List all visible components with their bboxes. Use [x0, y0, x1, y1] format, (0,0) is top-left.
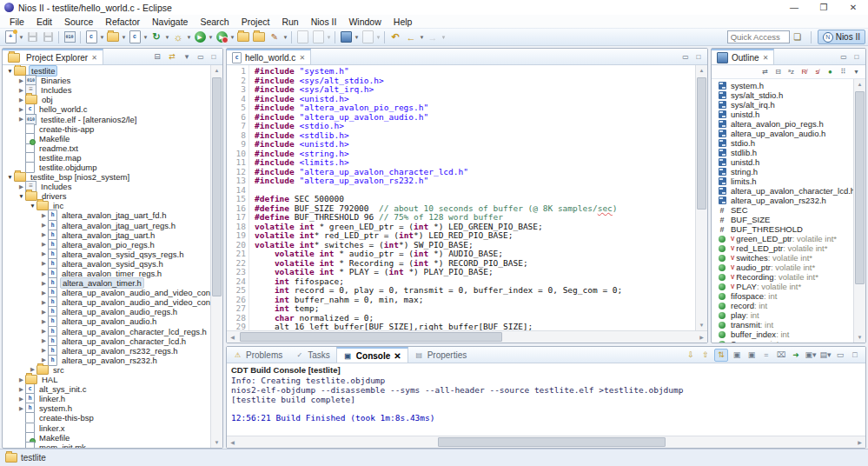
scroll-down-icon[interactable]: ▼	[211, 437, 222, 448]
tree-item[interactable]: mem_init.mk	[3, 443, 210, 448]
open-console-link-icon[interactable]: ➜	[790, 350, 802, 361]
dropdown-arrow-icon[interactable]: ▼	[229, 35, 235, 40]
expand-arrow-icon[interactable]: ▶	[17, 116, 25, 123]
scroll-down-icon[interactable]: ▼	[696, 320, 707, 330]
link-with-editor-icon[interactable]: ⇄	[166, 51, 178, 63]
close-tab-icon[interactable]: ✕	[299, 54, 305, 62]
close-window-button[interactable]: ✕	[838, 0, 868, 15]
console-hscrollbar[interactable]: ◀ ▶	[227, 436, 865, 448]
outline-item[interactable]: string.h	[712, 167, 853, 176]
menu-item-help[interactable]: Help	[388, 17, 419, 27]
outline-item[interactable]: buffer_index : int	[712, 330, 853, 339]
scroll-left-icon[interactable]: ◀	[227, 332, 238, 343]
link-with-editor-icon[interactable]: ⇄	[759, 67, 771, 77]
new-c-file-icon[interactable]: c	[83, 30, 99, 44]
outline-item[interactable]: #BUF_SIZE	[712, 215, 853, 224]
tab-problems[interactable]: ⚠Problems	[227, 347, 288, 363]
filters-icon[interactable]: ⠿	[838, 67, 849, 77]
expand-arrow-icon[interactable]: ▶	[40, 250, 48, 257]
scrollbar-thumb[interactable]	[212, 77, 222, 296]
outline-item[interactable]: stdlib.h	[712, 148, 853, 157]
menu-item-source[interactable]: Source	[58, 17, 99, 27]
dropdown-arrow-icon[interactable]: ▼	[354, 35, 360, 40]
new-class-icon[interactable]: c	[127, 30, 142, 44]
close-icon[interactable]: ✕	[91, 54, 97, 62]
tab-hello-world-c[interactable]: c hello_world.c ✕	[227, 49, 311, 64]
collapse-all-icon[interactable]: ⊟	[772, 67, 784, 77]
maximize-view-icon[interactable]: □	[209, 53, 219, 61]
outline-item[interactable]: VPLAY : volatile int*	[712, 282, 853, 291]
outline-item[interactable]: Vaudio_ptr : volatile int*	[712, 263, 853, 272]
tree-item[interactable]: ▶haltera_avalon_jtag_uart_fd.h	[3, 210, 210, 220]
dropdown-arrow-icon[interactable]: ▼	[99, 35, 105, 40]
tree-item[interactable]: ▶haltera_avalon_sysid_qsys.h	[3, 259, 210, 269]
tree-item[interactable]: ▶src	[3, 365, 210, 375]
outline-item[interactable]: fifospace : int	[712, 291, 853, 301]
expand-arrow-icon[interactable]: ▶	[40, 318, 48, 325]
dropdown-arrow-icon[interactable]: ▼	[419, 35, 425, 40]
expand-arrow-icon[interactable]: ▼	[6, 174, 14, 180]
pin-console-icon[interactable]: ▣	[731, 350, 743, 361]
collapse-all-icon[interactable]: ⊟	[151, 51, 163, 63]
outline-item[interactable]: limits.h	[712, 176, 853, 186]
minimize-window-button[interactable]: —	[779, 0, 809, 15]
hide-non-public-icon[interactable]: ●	[825, 67, 836, 77]
expand-arrow-icon[interactable]: ▶	[17, 97, 25, 103]
outline-item[interactable]: altera_up_avalon_rs232.h	[712, 196, 853, 205]
activate-on-output-icon[interactable]: ⇅	[714, 349, 728, 362]
menu-item-run[interactable]: Run	[275, 17, 304, 27]
expand-arrow-icon[interactable]: ▼	[17, 193, 25, 199]
tree-item[interactable]: Makefile	[3, 433, 210, 443]
tree-item[interactable]: ▶haltera_avalon_timer.h	[3, 278, 210, 288]
scroll-right-icon[interactable]: ▶	[696, 332, 707, 343]
scroll-up-icon[interactable]: ▲	[211, 65, 222, 76]
scrollbar-thumb[interactable]	[240, 332, 502, 342]
dropdown-arrow-icon[interactable]: ▼	[208, 35, 214, 40]
expand-arrow-icon[interactable]: ▶	[17, 183, 25, 190]
expand-arrow-icon[interactable]: ▶	[40, 231, 48, 238]
editor-vscrollbar[interactable]: ▲ ▼	[695, 65, 707, 330]
scrollbar-thumb[interactable]	[697, 77, 706, 210]
expand-arrow-icon[interactable]: ▶	[17, 87, 25, 94]
tree-item[interactable]: ▼inc	[3, 201, 210, 210]
tree-item[interactable]: ▶haltera_up_avalon_audio_regs.h	[3, 307, 210, 316]
menu-item-search[interactable]: Search	[194, 17, 235, 27]
quick-access-input[interactable]	[727, 30, 790, 43]
tab-project-explorer[interactable]: Project Explorer ✕	[3, 49, 103, 64]
tree-item[interactable]: ▶≡Includes	[3, 182, 210, 191]
expand-arrow-icon[interactable]: ▶	[40, 212, 48, 219]
tree-item[interactable]: ▶haltera_avalon_sysid_qsys_regs.h	[3, 250, 210, 259]
scroll-up-icon[interactable]: ▲	[696, 65, 707, 76]
tree-item[interactable]: ▶haltera_avalon_jtag_uart_regs.h	[3, 221, 210, 230]
expand-arrow-icon[interactable]: ▼	[29, 203, 36, 209]
expand-arrow-icon[interactable]: ▶	[17, 396, 25, 403]
tree-item[interactable]: ▶≡Includes	[3, 85, 210, 95]
outline-item[interactable]: Vred_LED_ptr : volatile int*	[712, 243, 853, 253]
build-icon[interactable]: ↻	[149, 30, 164, 44]
dropdown-arrow-icon[interactable]: ▼	[186, 35, 192, 40]
tree-item[interactable]: Makefile	[3, 134, 210, 143]
outline-item[interactable]: record : int	[712, 301, 853, 310]
scroll-down-icon[interactable]: ⇩	[685, 350, 697, 361]
expand-arrow-icon[interactable]: ▶	[40, 299, 48, 306]
new-wizard-icon[interactable]: +	[3, 30, 18, 44]
outline-item[interactable]: system.h	[712, 81, 853, 90]
open-perspective-icon[interactable]: ❏	[790, 32, 805, 42]
new-c-project-icon[interactable]	[105, 30, 121, 44]
maximize-view-icon[interactable]: □	[693, 53, 704, 61]
outline-item[interactable]: #SEC	[712, 205, 853, 215]
outline-item[interactable]: Vswitches : volatile int*	[712, 253, 853, 263]
tab-console[interactable]: ▣Console✕	[336, 347, 408, 363]
expand-arrow-icon[interactable]: ▶	[40, 309, 48, 316]
debug-config-icon[interactable]: ☼	[170, 30, 186, 44]
tree-item[interactable]: ▶haltera_up_avalon_character_lcd.h	[3, 336, 210, 346]
outline-item[interactable]: #BUF_THRESHOLD	[712, 224, 853, 234]
outline-item[interactable]: transmit : int	[712, 320, 853, 330]
profile-icon[interactable]: ▶	[214, 30, 229, 44]
expand-arrow-icon[interactable]: ▼	[6, 68, 14, 74]
outline-item[interactable]: Vgreen_LED_ptr : volatile int*	[712, 234, 853, 243]
open-console-dropdown-icon[interactable]: ▤▾	[819, 350, 832, 361]
editor-hscrollbar[interactable]: ◀ ▶	[227, 330, 707, 343]
tree-item[interactable]: ▶HAL	[3, 375, 210, 384]
sort-icon[interactable]: ᵃz	[785, 67, 797, 77]
